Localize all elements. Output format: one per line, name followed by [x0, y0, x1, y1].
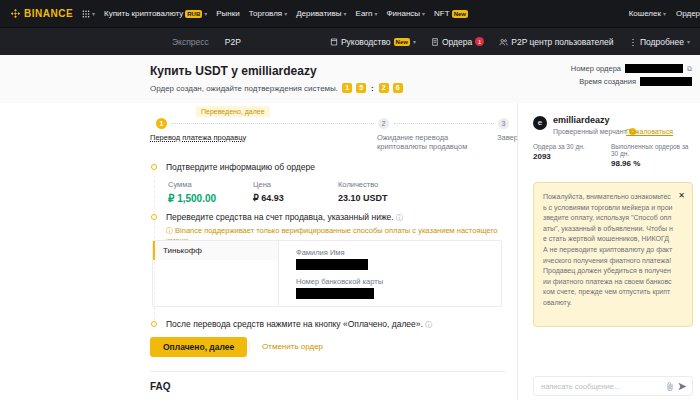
- completion-rate-stat: Выполненных ордеров за 30 дн. 98.96 %: [611, 143, 691, 168]
- p2p-user-center[interactable]: P2P центр пользователей: [499, 37, 613, 47]
- nav-label: Ордера: [676, 9, 700, 18]
- tool-label: Руководство: [341, 37, 391, 47]
- nav-label: Торговля: [249, 9, 282, 18]
- copy-icon[interactable]: ⧉: [687, 65, 692, 73]
- brand-text: BINANCE: [24, 8, 73, 19]
- nav-label: Купить криптовалюту: [104, 9, 183, 18]
- nav-orders[interactable]: Ордера: [676, 9, 700, 18]
- payment-tab-tinkoff[interactable]: Тинькофф: [153, 241, 278, 260]
- chevron-down-icon: ▾: [374, 10, 377, 17]
- card-number-redacted: [296, 288, 374, 299]
- nav-label: Деривативы: [296, 9, 341, 18]
- chat-message-input[interactable]: [541, 382, 662, 391]
- payee-name-label: Фамилия Имя: [296, 248, 501, 257]
- transfer-section-title: Переведите средства на счет продавца, ук…: [166, 212, 403, 223]
- section-bullet: [151, 164, 157, 170]
- stat-label: Ордера за 30 дн.: [533, 143, 585, 150]
- tool-label: Ордера: [442, 37, 472, 47]
- topnav-right: Кошелек ▾ Ордера: [629, 9, 700, 18]
- nav-markets[interactable]: Рынки: [216, 9, 239, 18]
- order-status-text: Ордер создан, ожидайте подтверждения сис…: [150, 84, 338, 93]
- timer-digit: 1: [342, 83, 352, 93]
- guide-menu[interactable]: Руководство New ▾: [330, 37, 416, 47]
- book-icon: [330, 38, 338, 46]
- chevron-down-icon: ▾: [413, 38, 416, 45]
- quantity-field: Количество 23.10 USDT: [338, 180, 388, 203]
- orders-menu[interactable]: Ордера 1: [431, 37, 484, 47]
- created-time-redacted: [640, 77, 692, 86]
- report-link[interactable]: Пожаловаться: [626, 128, 673, 135]
- new-badge: New: [394, 38, 410, 46]
- chevron-down-icon: ▾: [92, 10, 95, 17]
- rub-badge: RUB: [185, 10, 202, 18]
- price-label: Цена: [253, 180, 284, 189]
- chevron-down-icon: ▾: [687, 38, 690, 45]
- nav-derivatives[interactable]: Деривативы ▾: [296, 9, 346, 18]
- paid-title-text: После перевода средств нажмите на кнопку…: [166, 319, 423, 329]
- created-time-label: Время создания: [579, 77, 636, 86]
- apps-menu[interactable]: ▾: [82, 10, 95, 18]
- faq-heading: FAQ: [150, 381, 171, 392]
- chevron-down-icon: ▾: [422, 10, 425, 17]
- order-header: Купить USDT у emilliardeazy Ордер создан…: [0, 55, 700, 103]
- amount-label: Сумма: [168, 180, 216, 189]
- nav-nft[interactable]: NFT New: [434, 9, 468, 18]
- nav-finance[interactable]: Финансы ▾: [386, 9, 425, 18]
- order-number-label: Номер ордера: [571, 64, 621, 73]
- tool-label: Подробнее: [640, 37, 684, 47]
- top-navigation: BINANCE ▾ Купить криптовалюту RUB ▾ Рынк…: [0, 0, 700, 27]
- tool-label: P2P центр пользователей: [511, 37, 613, 47]
- order-number-redacted: [625, 64, 683, 73]
- new-badge: New: [452, 10, 468, 18]
- nav-label: Earn: [356, 9, 373, 18]
- nav-trade[interactable]: Торговля ▾: [249, 9, 287, 18]
- chevron-down-icon: ▾: [284, 10, 287, 17]
- section-bullet: [151, 321, 157, 327]
- tab-express[interactable]: Экспресс: [172, 37, 209, 47]
- info-icon[interactable]: ⓘ: [396, 214, 403, 221]
- paperclip-icon[interactable]: [666, 382, 674, 391]
- payee-name-redacted: [296, 259, 368, 270]
- nav-wallet[interactable]: Кошелек ▾: [629, 9, 666, 18]
- safety-notice-text: Пожалуйста, внимательно ознакомьтесь с у…: [543, 192, 673, 309]
- step-connector: [394, 123, 494, 124]
- nav-label: Финансы: [386, 9, 420, 18]
- amount-field: Сумма ₽ 1,500.00: [168, 180, 216, 204]
- chevron-down-icon: ▾: [344, 10, 347, 17]
- amount-value: ₽ 1,500.00: [168, 193, 216, 204]
- seller-name[interactable]: emilliardeazy: [553, 115, 610, 125]
- nav-buy-crypto[interactable]: Купить криптовалюту RUB ▾: [104, 9, 207, 18]
- quantity-label: Количество: [338, 180, 388, 189]
- seller-chat-panel: e emilliardeazy Проверенный мерчант ✓ По…: [517, 103, 700, 400]
- merchant-badge-text: Проверенный мерчант: [553, 128, 627, 135]
- faq-divider: [150, 371, 505, 372]
- warning-info-icon: ⓘ: [166, 227, 173, 234]
- cancel-order-link[interactable]: Отменить ордер: [262, 342, 323, 351]
- payment-details: Фамилия Имя Номер банковской карты: [279, 241, 501, 306]
- seller-avatar: e: [533, 116, 547, 130]
- nav-earn[interactable]: Earn ▾: [356, 9, 378, 18]
- transfer-title-text: Переведите средства на счет продавца, ук…: [166, 212, 394, 222]
- timer-colon: :: [371, 84, 374, 93]
- chevron-down-icon: ▾: [204, 10, 207, 17]
- section-bullet: [151, 214, 157, 220]
- timer-digit: 6: [393, 83, 403, 93]
- send-icon[interactable]: [678, 382, 687, 391]
- merchant-badge: Проверенный мерчант ✓: [553, 128, 636, 135]
- nav-label: Рынки: [216, 9, 239, 18]
- step-connector: [172, 123, 374, 124]
- info-icon[interactable]: ⓘ: [425, 321, 432, 328]
- users-icon: [499, 38, 508, 46]
- step-2-circle: 2: [378, 118, 389, 129]
- tab-p2p[interactable]: P2P: [225, 37, 241, 47]
- chevron-down-icon: ▾: [663, 10, 666, 17]
- step-1-label[interactable]: Перевод платежа продавцу: [150, 133, 310, 142]
- step-2-label: Ожидание перевода криптовалюты продавцом: [377, 133, 492, 151]
- timer-digit: 2: [379, 83, 389, 93]
- close-icon[interactable]: ✕: [678, 191, 685, 200]
- binance-logo[interactable]: BINANCE: [10, 8, 73, 19]
- subnav-tools: Руководство New ▾ Ордера 1 P2P центр пол…: [330, 37, 690, 47]
- paid-next-button[interactable]: Оплачено, далее: [150, 337, 247, 357]
- more-menu[interactable]: ⋮ Подробнее ▾: [628, 37, 690, 47]
- step-1-circle: 1: [156, 118, 167, 129]
